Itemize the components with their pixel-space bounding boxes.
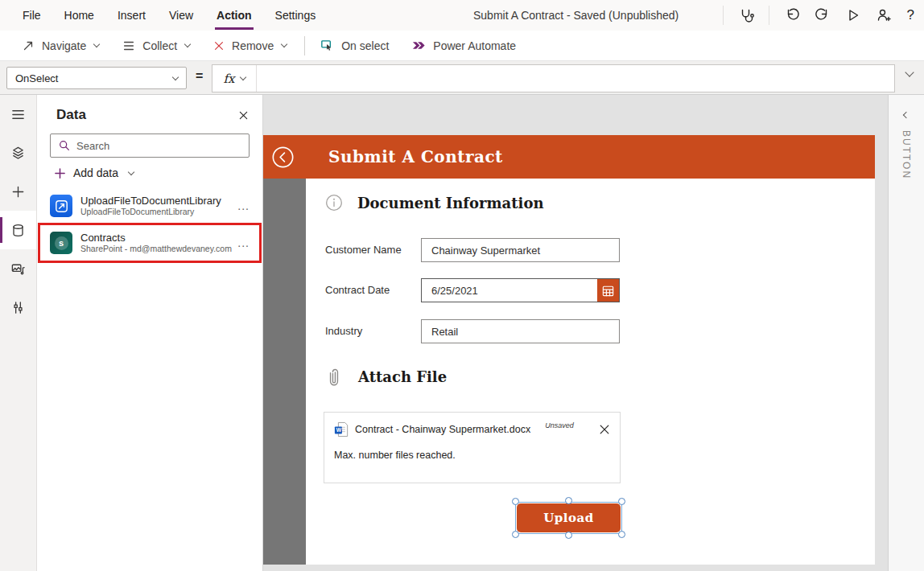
field-label-industry: Industry — [325, 319, 362, 343]
field-label-customer-name: Customer Name — [325, 238, 402, 262]
chevron-down-icon — [128, 168, 134, 175]
data-source-name: UploadFileToDocumentLibrary — [80, 195, 234, 207]
data-source-contracts[interactable]: s Contracts SharePoint - md@matthewdevan… — [37, 224, 262, 261]
power-automate-button[interactable]: Power Automate — [411, 38, 516, 53]
canvas-area: Submit A Contract Document Information C… — [263, 95, 888, 571]
remove-button[interactable]: Remove — [212, 39, 287, 52]
add-plus-icon — [54, 167, 66, 179]
chevron-down-icon — [172, 73, 179, 80]
on-select-button[interactable]: On select — [320, 38, 389, 53]
data-source-subtitle: SharePoint - md@matthewdevaney.com — [80, 244, 234, 254]
navigate-button[interactable]: Navigate — [21, 39, 99, 53]
upload-button[interactable]: Upload — [517, 503, 621, 532]
selection-handle[interactable] — [512, 498, 519, 505]
chevron-down-icon — [239, 74, 245, 80]
media-icon[interactable] — [0, 249, 36, 288]
equals-sign: = — [196, 69, 203, 84]
search-box[interactable] — [50, 134, 250, 158]
power-automate-label: Power Automate — [433, 39, 516, 52]
on-select-label: On select — [341, 39, 389, 52]
main-area: Data Add data Uplo — [0, 95, 924, 571]
screen-body: Document Information Customer Name Contr… — [306, 179, 875, 565]
insert-plus-icon[interactable] — [0, 172, 36, 211]
more-options-icon[interactable]: ... — [234, 236, 253, 249]
sharepoint-icon: s — [50, 232, 72, 254]
power-automate-icon — [411, 38, 427, 53]
field-label-contract-date: Contract Date — [325, 278, 390, 302]
hamburger-menu-icon[interactable] — [0, 95, 36, 134]
back-icon[interactable] — [271, 146, 295, 169]
customer-name-input[interactable] — [421, 238, 620, 262]
calendar-icon[interactable] — [597, 279, 619, 302]
selection-handle[interactable] — [512, 531, 519, 538]
industry-input[interactable] — [421, 319, 620, 343]
menu-home[interactable]: Home — [64, 9, 94, 22]
formula-expand-chevron[interactable] — [905, 72, 913, 76]
info-icon — [325, 194, 343, 212]
selection-handle[interactable] — [565, 532, 572, 539]
tree-view-icon[interactable] — [0, 134, 36, 172]
chevron-down-icon — [281, 41, 287, 47]
advanced-tools-icon[interactable] — [0, 288, 36, 327]
formula-input[interactable]: fx UploadFileToDocumentLibrary.Run( { — [212, 64, 895, 92]
menu-settings[interactable]: Settings — [275, 9, 316, 22]
sharepoint-letter: s — [59, 238, 64, 248]
add-data-label: Add data — [73, 166, 118, 179]
help-icon[interactable]: ? — [907, 7, 914, 23]
attached-file-name: Contract - Chainway Supermarket.docx — [355, 424, 530, 435]
chevron-down-icon — [184, 41, 191, 47]
selection-handle[interactable] — [618, 498, 625, 505]
app-checker-icon[interactable] — [738, 7, 754, 23]
attachment-control[interactable]: W Contract - Chainway Supermarket.docx U… — [324, 412, 621, 483]
search-input[interactable] — [76, 140, 241, 152]
on-select-icon — [320, 38, 335, 53]
undo-icon[interactable] — [784, 7, 800, 23]
menu-items: File Home Insert View Action Settings — [23, 9, 339, 22]
menu-view[interactable]: View — [169, 9, 193, 22]
selected-control-type-label: BUTTON — [901, 130, 912, 179]
word-file-icon: W — [334, 421, 349, 437]
property-selector[interactable]: OnSelect — [6, 67, 187, 89]
remove-label: Remove — [232, 39, 274, 52]
collect-icon — [122, 39, 136, 53]
section-heading-document-information: Document Information — [357, 195, 544, 212]
screen-title[interactable]: Submit A Contract — [328, 147, 503, 166]
paperclip-icon — [327, 365, 343, 388]
left-rail — [0, 95, 37, 571]
data-sources-icon[interactable] — [0, 211, 36, 249]
menu-file[interactable]: File — [23, 9, 41, 22]
more-options-icon[interactable]: ... — [234, 199, 253, 212]
add-data-button[interactable]: Add data — [54, 166, 134, 179]
formula-bar: OnSelect = fx UploadFileToDocumentLibrar… — [0, 61, 924, 95]
menu-insert[interactable]: Insert — [118, 9, 146, 22]
screen-header[interactable]: Submit A Contract — [263, 135, 875, 179]
menu-action[interactable]: Action — [217, 9, 252, 22]
divider — [723, 6, 724, 25]
data-source-uploadfiletodocumentlibrary[interactable]: UploadFileToDocumentLibrary UploadFileTo… — [37, 187, 262, 224]
data-source-list: UploadFileToDocumentLibrary UploadFileTo… — [37, 187, 262, 261]
canvas-gutter — [263, 179, 306, 565]
power-apps-studio: File Home Insert View Action Settings Su… — [0, 0, 924, 571]
formula-text[interactable]: UploadFileToDocumentLibrary.Run( { — [257, 65, 894, 92]
search-icon — [58, 139, 71, 152]
close-icon[interactable] — [237, 109, 250, 121]
data-source-subtitle: UploadFileToDocumentLibrary — [80, 207, 234, 217]
fx-selector[interactable]: fx — [212, 65, 257, 92]
contract-date-input[interactable] — [421, 278, 620, 302]
app-title-status: Submit A Contract - Saved (Unpublished) — [473, 9, 679, 22]
collect-button[interactable]: Collect — [122, 39, 190, 53]
section-heading-attach-file: Attach File — [358, 368, 447, 385]
expand-panel-chevron-icon[interactable] — [903, 112, 910, 118]
fx-label: fx — [223, 72, 234, 86]
selection-handle[interactable] — [618, 531, 625, 538]
remove-file-icon[interactable] — [599, 424, 610, 435]
share-icon[interactable] — [876, 7, 893, 23]
upload-button-selection: Upload — [517, 503, 621, 532]
word-letter: W — [336, 427, 342, 433]
redo-icon[interactable] — [815, 7, 831, 23]
properties-panel-collapsed[interactable]: BUTTON — [888, 95, 924, 571]
collect-label: Collect — [142, 39, 177, 52]
selection-handle[interactable] — [565, 497, 572, 504]
data-source-name: Contracts — [80, 232, 234, 244]
play-icon[interactable] — [845, 7, 861, 23]
